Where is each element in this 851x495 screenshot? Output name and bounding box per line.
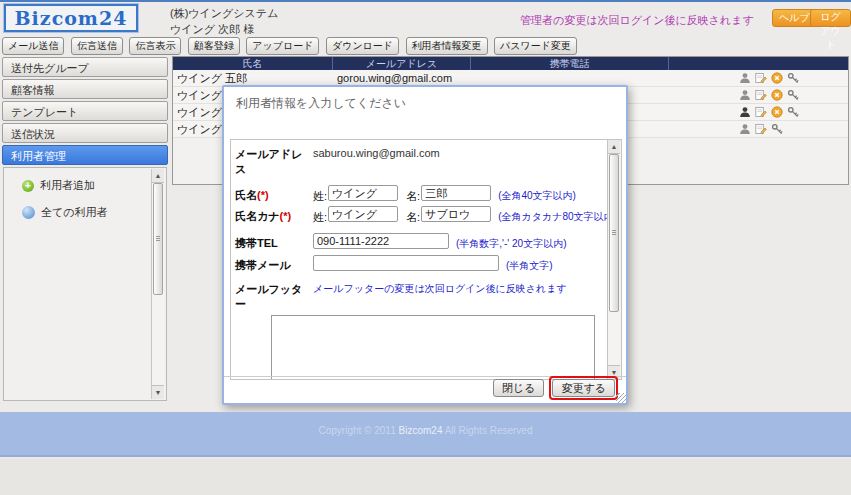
disable-icon[interactable] [771,106,783,118]
sidebar: 送付先グループ 顧客情報 テンプレート 送信状況 利用者管理 [2,57,170,167]
sidebar-item-user-management[interactable]: 利用者管理 [2,145,168,165]
add-user-icon: + [22,180,34,192]
key-icon[interactable] [787,106,799,118]
edit-icon[interactable] [755,72,767,84]
copyright-text: Copyright © 2011 [319,425,399,436]
toolbar-button-message-display[interactable]: 伝言表示 [129,37,181,55]
modal-buttons: 閉じる 変更する [493,376,618,400]
user-name-cell: ウイング 五郎 [173,70,333,86]
disable-icon[interactable] [771,72,783,84]
row-actions [669,87,848,103]
sidebar-item-template[interactable]: テンプレート [2,101,168,121]
mobile-mail-label: 携帯メール [235,255,313,273]
toolbar-button-message-send[interactable]: 伝言送信 [71,37,123,55]
row-actions [669,104,848,120]
edit-icon[interactable] [755,89,767,101]
page: Bizcom24 (株)ウイングシステム ウイング 次郎 様 管理者の変更は次回… [0,0,851,495]
all-users-icon [22,206,35,219]
user-icon[interactable] [739,72,751,84]
sidebar-subitem-add-user[interactable]: + 利用者追加 [22,178,166,193]
required-mark: (*) [280,210,292,222]
name-hint: (全角40文字以内) [498,185,576,203]
toolbar-button-mail-send[interactable]: メール送信 [2,37,64,55]
last-name-kana-prefix: 姓: [313,206,327,225]
column-header-name: 氏名 [173,57,333,70]
company-name: (株)ウイングシステム [170,6,278,21]
submit-change-button[interactable]: 変更する [552,379,615,397]
user-management-subpanel: + 利用者追加 全ての利用者 ▲ ▼ [3,167,167,401]
modal-scrollbar[interactable]: ▲ ▼ [607,140,621,379]
mail-footer-textarea[interactable] [271,315,595,380]
key-icon[interactable] [771,123,783,135]
row-actions [669,121,848,137]
first-name-kana-input[interactable] [421,206,491,222]
mobile-tel-input[interactable] [313,233,449,249]
sidebar-scrollbar-thumb[interactable] [153,183,163,295]
main-toolbar: メール送信 伝言送信 伝言表示 顧客登録 アップロード ダウンロード 利用者情報… [2,35,579,55]
kana-label: 氏名カナ(*) [235,206,313,224]
sidebar-subitem-label: 利用者追加 [40,178,95,193]
mobile-mail-hint: (半角文字) [506,255,553,273]
column-header-email: メールアドレス [333,57,471,70]
user-info-modal: 利用者情報を入力してください メールアドレス saburou.wing@gmai… [222,85,628,405]
sidebar-item-send-status[interactable]: 送信状況 [2,123,168,143]
user-table-header: 氏名 メールアドレス 携帯電話 [173,57,848,70]
sidebar-scrollbar[interactable]: ▲ ▼ [151,169,165,399]
scroll-up-icon[interactable]: ▲ [152,169,164,183]
toolbar-button-customer-register[interactable]: 顧客登録 [188,37,240,55]
name-label: 氏名(*) [235,185,313,203]
user-dark-icon[interactable] [739,106,751,118]
row-actions [669,70,848,86]
mobile-mail-input[interactable] [313,255,499,271]
required-mark: (*) [257,189,269,201]
first-name-prefix: 名: [406,185,420,204]
top-accent-line [0,0,851,2]
modal-title: 利用者情報を入力してください [236,95,406,112]
toolbar-button-password-change[interactable]: パスワード変更 [494,37,577,55]
sidebar-subitem-all-users[interactable]: 全ての利用者 [22,205,166,220]
logout-button[interactable]: ログアウト [810,9,851,27]
scroll-down-icon[interactable]: ▼ [152,385,164,399]
sidebar-item-customer-info[interactable]: 顧客情報 [2,79,168,99]
edit-icon[interactable] [755,106,767,118]
user-icon[interactable] [739,123,751,135]
first-name-input[interactable] [421,185,491,201]
last-name-kana-input[interactable] [328,206,398,222]
sidebar-subitem-label: 全ての利用者 [41,205,108,220]
user-icon[interactable] [739,89,751,101]
edit-icon[interactable] [755,123,767,135]
app-logo[interactable]: Bizcom24 [4,4,138,32]
disable-icon[interactable] [771,89,783,101]
mobile-tel-label: 携帯TEL [235,233,313,251]
column-header-mobile: 携帯電話 [471,57,669,70]
admin-change-notice: 管理者の変更は次回ログイン後に反映されます [520,13,754,28]
sidebar-item-destination-group[interactable]: 送付先グループ [2,57,168,77]
last-name-prefix: 姓: [313,185,327,204]
key-icon[interactable] [787,72,799,84]
last-name-input[interactable] [328,185,398,201]
click-target-annotation: 変更する [549,376,618,400]
footer-brand: Bizcom24 [399,425,443,436]
email-label: メールアドレス [235,144,313,177]
kana-hint: (全角カタカナ80文字以内) [498,206,617,224]
mobile-tel-hint: (半角数字,'-' 20文字以内) [456,233,567,251]
toolbar-button-upload[interactable]: アップロード [246,37,319,55]
key-icon[interactable] [787,89,799,101]
user-email-cell: gorou.wing@gmail.com [333,70,471,86]
modal-resize-handle[interactable] [616,393,627,404]
modal-form-scroll-area: メールアドレス saburou.wing@gmail.com 氏名(*) 姓: … [230,139,622,380]
toolbar-button-user-info-change[interactable]: 利用者情報変更 [406,37,488,55]
user-phone-cell [471,70,669,86]
mail-footer-label: メールフッター [235,279,313,312]
email-value: saburou.wing@gmail.com [313,144,440,159]
close-button[interactable]: 閉じる [493,379,545,397]
footer: Copyright © 2011 Bizcom24 All Rights Res… [0,412,851,457]
toolbar-button-download[interactable]: ダウンロード [326,37,399,55]
column-header-actions [669,57,848,70]
modal-scrollbar-thumb[interactable] [609,154,619,312]
mail-footer-note: メールフッターの変更は次回ログイン後に反映されます [313,279,567,296]
scroll-up-icon[interactable]: ▲ [608,140,620,154]
copyright-text: All Rights Reserved [442,425,532,436]
first-name-kana-prefix: 名: [406,206,420,225]
page-bottom-background [0,459,851,495]
